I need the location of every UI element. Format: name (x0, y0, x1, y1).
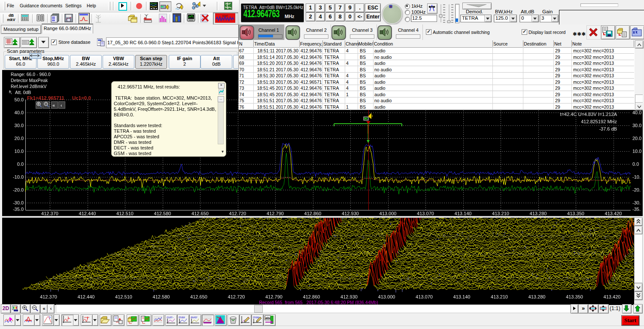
svg-text:curr-: curr- (167, 315, 174, 319)
svg-text:aver: aver (191, 315, 197, 319)
svg-text:max: max (179, 315, 185, 319)
svg-text:?: ? (49, 316, 51, 320)
svg-text:1: 1 (67, 316, 70, 320)
